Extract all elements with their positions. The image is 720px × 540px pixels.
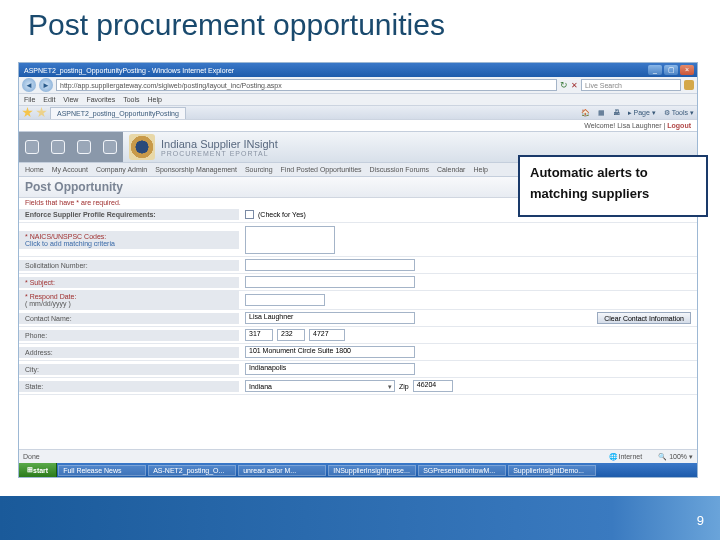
- naics-field[interactable]: [245, 226, 335, 254]
- status-zone: Internet: [618, 453, 642, 460]
- print-icon[interactable]: 🖶: [613, 109, 620, 117]
- address-bar[interactable]: http://app.suppliergateway.com/sigiweb/p…: [56, 79, 557, 91]
- browser-tab[interactable]: ASPNET2_posting_OpportunityPosting: [50, 107, 186, 119]
- logout-link[interactable]: Logout: [667, 122, 691, 129]
- window-title: ASPNET2_posting_OpportunityPosting - Win…: [22, 67, 646, 74]
- back-icon[interactable]: ◄: [22, 78, 36, 92]
- taskbar-item[interactable]: SGPresentationtowM...: [418, 465, 506, 476]
- solicitation-input[interactable]: [245, 259, 415, 271]
- nav-sourcing[interactable]: Sourcing: [245, 166, 273, 173]
- welcome-user: Lisa Laughner: [617, 122, 661, 129]
- label-contact: Contact Name:: [19, 313, 239, 324]
- city-input[interactable]: Indianapolis: [245, 363, 415, 375]
- close-button[interactable]: ×: [680, 65, 694, 75]
- contact-name-input[interactable]: Lisa Laughner: [245, 312, 415, 324]
- state-select[interactable]: Indiana: [245, 380, 395, 392]
- browser-toolbar: ◄ ► http://app.suppliergateway.com/sigiw…: [19, 77, 697, 94]
- phone-area-input[interactable]: 317: [245, 329, 273, 341]
- label-enforce: Enforce Supplier Profile Requirements:: [19, 209, 239, 220]
- respond-date-input[interactable]: [245, 294, 325, 306]
- label-state: State:: [19, 381, 239, 392]
- row-subject: * Subject:: [19, 274, 697, 291]
- nav-sponsorship[interactable]: Sponsorship Management: [155, 166, 237, 173]
- row-solicitation: Solicitation Number:: [19, 257, 697, 274]
- browser-statusbar: Done 🌐 Internet 🔍 100% ▾: [19, 449, 697, 463]
- enforce-checkbox[interactable]: [245, 210, 254, 219]
- welcome-bar: Welcome! Lisa Laughner | Logout: [19, 120, 697, 131]
- phone-line-input[interactable]: 4727: [309, 329, 345, 341]
- callout-line2: matching suppliers: [530, 184, 696, 205]
- zip-input[interactable]: 46204: [413, 380, 453, 392]
- menu-favorites[interactable]: Favorites: [86, 96, 115, 103]
- zip-label: Zip: [399, 383, 409, 390]
- page-menu[interactable]: ▸ Page ▾: [628, 109, 656, 117]
- banner-icon-strip: [19, 132, 123, 162]
- brand-title: Indiana Supplier INsight: [161, 138, 278, 150]
- nav-home[interactable]: Home: [25, 166, 44, 173]
- label-solicitation: Solicitation Number:: [19, 260, 239, 271]
- banner-glyph-icon: [51, 140, 65, 154]
- nav-forums[interactable]: Discussion Forums: [370, 166, 430, 173]
- menu-help[interactable]: Help: [148, 96, 162, 103]
- stop-icon[interactable]: ✕: [571, 81, 578, 90]
- window-titlebar: ASPNET2_posting_OpportunityPosting - Win…: [19, 63, 697, 77]
- label-subject: * Subject:: [19, 277, 239, 288]
- home-icon[interactable]: 🏠: [581, 109, 590, 117]
- row-address: Address: 101 Monument Circle Suite 1800: [19, 344, 697, 361]
- row-respond: * Respond Date: ( mm/dd/yyyy ): [19, 291, 697, 310]
- feeds-icon[interactable]: ▦: [598, 109, 605, 117]
- add-criteria-link[interactable]: Click to add matching criteria: [25, 240, 115, 247]
- row-state: State: Indiana Zip 46204: [19, 378, 697, 395]
- enforce-hint: (Check for Yes): [258, 211, 306, 218]
- slide-title: Post procurement opportunities: [0, 0, 720, 48]
- row-phone: Phone: 317 232 4727: [19, 327, 697, 344]
- welcome-label: Welcome!: [584, 122, 617, 129]
- menu-file[interactable]: File: [24, 96, 35, 103]
- slide-footer: 9: [0, 496, 720, 540]
- windows-taskbar: ⊞ start Full Release News AS-NET2_postin…: [19, 463, 697, 477]
- label-address: Address:: [19, 347, 239, 358]
- status-done: Done: [23, 453, 609, 460]
- label-phone: Phone:: [19, 330, 239, 341]
- respond-hint: ( mm/dd/yyyy ): [25, 300, 71, 307]
- maximize-button[interactable]: ▢: [664, 65, 678, 75]
- banner-glyph-icon: [77, 140, 91, 154]
- menu-edit[interactable]: Edit: [43, 96, 55, 103]
- search-go-icon[interactable]: [684, 80, 694, 90]
- browser-menubar: File Edit View Favorites Tools Help: [19, 94, 697, 106]
- page-number: 9: [697, 513, 704, 528]
- menu-tools[interactable]: Tools: [123, 96, 139, 103]
- row-naics: * NAICS/UNSPSC Codes: Click to add match…: [19, 223, 697, 257]
- nav-help[interactable]: Help: [473, 166, 487, 173]
- label-city: City:: [19, 364, 239, 375]
- taskbar-item[interactable]: AS-NET2_posting_O...: [148, 465, 236, 476]
- zoom-level[interactable]: 🔍 100% ▾: [658, 453, 693, 461]
- tools-menu[interactable]: ⚙ Tools ▾: [664, 109, 694, 117]
- browser-window: ASPNET2_posting_OpportunityPosting - Win…: [18, 62, 698, 478]
- add-favorite-icon[interactable]: [36, 107, 47, 118]
- address-input[interactable]: 101 Monument Circle Suite 1800: [245, 346, 415, 358]
- nav-company-admin[interactable]: Company Admin: [96, 166, 147, 173]
- banner-glyph-icon: [25, 140, 39, 154]
- subject-input[interactable]: [245, 276, 415, 288]
- taskbar-item[interactable]: INSupplierInsightprese...: [328, 465, 416, 476]
- nav-my-account[interactable]: My Account: [52, 166, 88, 173]
- row-contact: Contact Name: Lisa Laughner Clear Contac…: [19, 310, 697, 327]
- search-input[interactable]: Live Search: [581, 79, 681, 91]
- taskbar-item[interactable]: SupplierInsightDemo...: [508, 465, 596, 476]
- refresh-icon[interactable]: ↻: [560, 80, 568, 90]
- nav-calendar[interactable]: Calendar: [437, 166, 465, 173]
- forward-icon[interactable]: ►: [39, 78, 53, 92]
- banner-glyph-icon: [103, 140, 117, 154]
- start-button[interactable]: ⊞ start: [19, 463, 57, 477]
- taskbar-item[interactable]: unread asfor M...: [238, 465, 326, 476]
- clear-contact-button[interactable]: Clear Contact Information: [597, 312, 691, 324]
- taskbar-item[interactable]: Full Release News: [58, 465, 146, 476]
- minimize-button[interactable]: _: [648, 65, 662, 75]
- label-naics: * NAICS/UNSPSC Codes: Click to add match…: [19, 231, 239, 249]
- favorites-icon[interactable]: [22, 107, 33, 118]
- nav-find-opportunities[interactable]: Find Posted Opportunities: [281, 166, 362, 173]
- annotation-callout: Automatic alerts to matching suppliers: [518, 155, 708, 217]
- phone-prefix-input[interactable]: 232: [277, 329, 305, 341]
- menu-view[interactable]: View: [63, 96, 78, 103]
